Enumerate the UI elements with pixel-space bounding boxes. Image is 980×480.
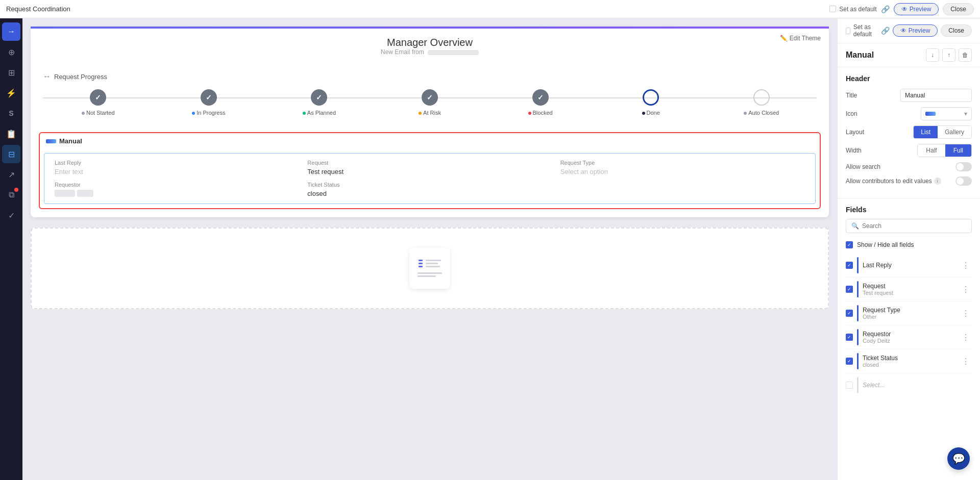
- field-name-request: Request: [863, 283, 955, 290]
- icon-label: Icon: [846, 110, 857, 117]
- show-all-checkbox[interactable]: ✓: [846, 241, 853, 248]
- right-panel: Set as default 🔗 👁 Preview Close Manual …: [837, 18, 980, 480]
- field-info-select: Select...: [863, 382, 972, 389]
- delete-button[interactable]: 🗑: [959, 48, 972, 62]
- field-stripe-ticket-status: [857, 353, 859, 369]
- pencil-icon: ✏️: [780, 35, 788, 42]
- field-more-request-type[interactable]: ⋮: [960, 309, 972, 318]
- allow-contributors-toggle[interactable]: [955, 176, 972, 186]
- field-more-ticket-status[interactable]: ⋮: [960, 357, 972, 366]
- chevron-down-icon: ▾: [964, 110, 967, 117]
- field-name-request-type: Request Type: [863, 307, 955, 314]
- sidebar-icon-clipboard[interactable]: 📋: [2, 124, 20, 143]
- last-reply-value: Enter text: [55, 168, 299, 175]
- panel-top-bar: Set as default 🔗 👁 Preview Close: [838, 18, 980, 43]
- set-default-row: Set as default: [829, 6, 876, 13]
- sidebar-icon-s[interactable]: S: [2, 104, 20, 122]
- set-default-panel-checkbox[interactable]: [846, 28, 850, 34]
- set-default-checkbox[interactable]: [829, 6, 836, 12]
- width-full-button[interactable]: Full: [945, 144, 971, 157]
- panel-manual-title: Manual: [846, 50, 874, 60]
- fields-search-input[interactable]: [862, 222, 966, 230]
- move-down-button[interactable]: ↓: [926, 48, 939, 62]
- header-section-title: Header: [846, 74, 972, 83]
- sidebar-icon-check[interactable]: ✓: [2, 206, 20, 224]
- sidebar-icon-cursor[interactable]: ↗: [2, 165, 20, 184]
- field-item-ticket-status: ✓ Ticket Status closed ⋮: [846, 349, 972, 373]
- title-input[interactable]: [900, 89, 972, 102]
- close-button[interactable]: Close: [943, 3, 974, 15]
- field-check-select[interactable]: [846, 382, 853, 389]
- show-all-row: ✓ Show / Hide all fields: [846, 238, 972, 251]
- header-section: Header Title Icon ▾ Layout List Gallery: [838, 67, 980, 198]
- dot-blocked: [528, 112, 531, 115]
- empty-placeholder-card: [31, 228, 829, 309]
- field-more-last-reply[interactable]: ⋮: [960, 261, 972, 270]
- edit-theme-button[interactable]: ✏️ Edit Theme: [780, 35, 821, 42]
- card-subtitle: New Email from: [39, 48, 821, 56]
- chat-button[interactable]: 💬: [947, 447, 970, 470]
- fields-row-2: Requestor Ticket Status closed: [51, 182, 809, 197]
- width-half-button[interactable]: Half: [918, 144, 945, 157]
- request-type-value: Select an option: [560, 168, 805, 175]
- field-val-ticket-status: closed: [863, 362, 955, 368]
- step-label-as-planned: As Planned: [303, 110, 336, 116]
- step-done: Done: [596, 89, 706, 116]
- dot-as-planned: [303, 112, 306, 115]
- layout-row: Layout List Gallery: [846, 125, 972, 139]
- field-more-requestor[interactable]: ⋮: [960, 333, 972, 342]
- field-check-request[interactable]: ✓: [846, 286, 853, 293]
- empty-field-col: [556, 182, 809, 197]
- set-default-panel: Set as default: [846, 23, 877, 38]
- sidebar-icon-grid[interactable]: ⊞: [2, 63, 20, 82]
- field-item-requestor: ✓ Requestor Cody Deitz ⋮: [846, 325, 972, 349]
- dashboard-card: Manager Overview New Email from ✏️ Edit …: [31, 27, 829, 217]
- left-sidebar: → ⊕ ⊞ ⚡ S 📋 ⊟ ↗ ⧉ ✓: [0, 18, 22, 480]
- fields-search-icon: 🔍: [851, 222, 859, 230]
- fields-section: Fields 🔍 ✓ Show / Hide all fields ✓ Last…: [838, 198, 980, 404]
- step-label-at-risk: At Risk: [419, 110, 441, 116]
- field-val-request-type: Other: [863, 314, 955, 320]
- panel-close-button[interactable]: Close: [941, 24, 972, 37]
- progress-section: ↔ Request Progress ✓ Not Started ✓: [31, 64, 829, 128]
- layout-gallery-button[interactable]: Gallery: [938, 126, 971, 138]
- request-type-field: Request Type Select an option: [556, 160, 809, 175]
- panel-ctrl-btns: ↓ ↑ 🗑: [926, 48, 972, 62]
- icon-preview: [925, 112, 936, 116]
- empty-icon-box: [409, 248, 450, 289]
- field-check-ticket-status[interactable]: ✓: [846, 358, 853, 365]
- allow-contributors-label: Allow contributors to edit values: [846, 178, 932, 185]
- top-bar: Request Coordination Set as default 🔗 👁 …: [0, 0, 980, 18]
- panel-link-icon[interactable]: 🔗: [881, 27, 890, 35]
- field-check-request-type[interactable]: ✓: [846, 310, 853, 317]
- preview-button[interactable]: 👁 Preview: [894, 3, 939, 15]
- field-name-ticket-status: Ticket Status: [863, 355, 955, 362]
- field-check-last-reply[interactable]: ✓: [846, 262, 853, 269]
- arrows-icon: ↔: [43, 72, 51, 81]
- sidebar-icon-layers[interactable]: ⊕: [2, 43, 20, 61]
- link-icon[interactable]: 🔗: [881, 5, 890, 13]
- sidebar-icon-lightning[interactable]: ⚡: [2, 84, 20, 102]
- step-in-progress: ✓ In Progress: [154, 89, 264, 116]
- field-check-requestor[interactable]: ✓: [846, 334, 853, 341]
- fields-row-1: Last Reply Enter text Request Test reque…: [51, 160, 809, 175]
- app-title: Request Coordination: [6, 5, 70, 13]
- sidebar-icon-table[interactable]: ⊟: [2, 145, 20, 163]
- layout-list-button[interactable]: List: [914, 126, 938, 138]
- request-value: Test request: [307, 168, 552, 175]
- allow-search-toggle[interactable]: [955, 162, 972, 171]
- step-circle-not-started: ✓: [90, 89, 106, 106]
- panel-preview-button[interactable]: 👁 Preview: [893, 24, 938, 37]
- field-item-request: ✓ Request Test request ⋮: [846, 277, 972, 301]
- requestor-label: Requestor: [55, 182, 299, 188]
- icon-dropdown[interactable]: ▾: [921, 107, 972, 120]
- step-circle-blocked: ✓: [532, 89, 549, 106]
- step-as-planned: ✓ As Planned: [264, 89, 375, 116]
- request-label: Request: [307, 160, 552, 166]
- sidebar-icon-arrow[interactable]: →: [2, 22, 20, 41]
- move-up-button[interactable]: ↑: [942, 48, 955, 62]
- sidebar-icon-layers2[interactable]: ⧉: [2, 186, 20, 204]
- field-more-request[interactable]: ⋮: [960, 285, 972, 294]
- ticket-status-label: Ticket Status: [307, 182, 552, 188]
- show-all-label: Show / Hide all fields: [857, 241, 914, 248]
